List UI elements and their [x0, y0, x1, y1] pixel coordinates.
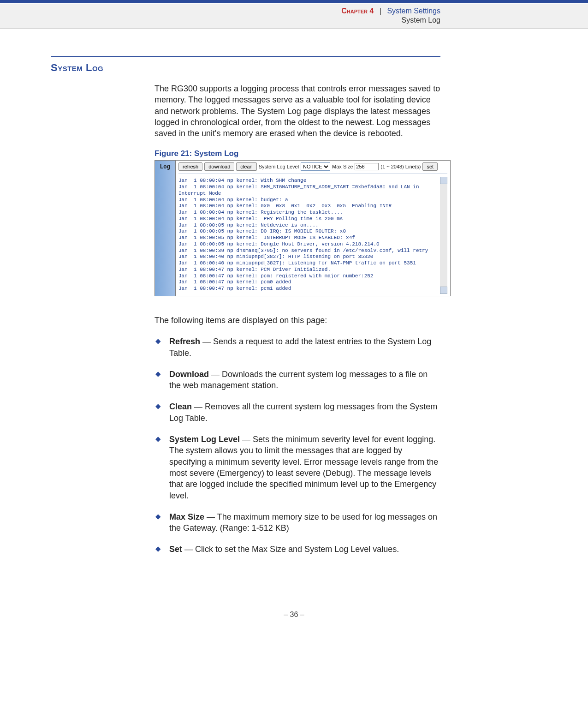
chapter-label: Chapter 4: [341, 7, 374, 15]
item-desc: — Click to set the Max Size and System L…: [182, 545, 399, 554]
chapter-subtitle: System Log: [0, 16, 440, 24]
clean-button[interactable]: clean: [236, 162, 256, 171]
figure-side-tab-label: Log: [160, 163, 170, 170]
item-term: Download: [169, 370, 209, 379]
follow-text: The following items are displayed on thi…: [154, 315, 440, 326]
figure-side-tab: Log: [155, 161, 176, 296]
log-viewport: Jan 1 08:00:04 np kernel: With SHM chang…: [178, 177, 447, 294]
log-level-select[interactable]: NOTICE: [301, 162, 330, 171]
list-item: Clean — Removes all the current system l…: [154, 401, 440, 424]
top-accent-bar: [0, 0, 588, 3]
range-label: (1 ~ 2048) Line(s): [380, 164, 421, 169]
scrollbar-down-icon[interactable]: [440, 287, 447, 294]
log-level-label: System Log Level: [259, 164, 299, 169]
log-text: Jan 1 08:00:04 np kernel: With SHM chang…: [178, 177, 440, 294]
page-header: Chapter 4 | System Settings System Log: [0, 4, 588, 29]
list-item: Download — Downloads the current system …: [154, 369, 440, 391]
set-button[interactable]: set: [422, 162, 438, 171]
download-button[interactable]: download: [204, 162, 234, 171]
chapter-separator: |: [376, 7, 385, 15]
maxsize-input[interactable]: [355, 163, 379, 170]
item-term: Max Size: [169, 512, 204, 521]
item-term: Set: [169, 545, 182, 554]
scrollbar-up-icon[interactable]: [440, 177, 447, 184]
item-desc: — Removes all the current system log mes…: [169, 402, 437, 422]
section-title: System Log: [51, 62, 440, 74]
page-number: – 36 –: [0, 611, 588, 628]
maxsize-label: Max Size: [332, 164, 353, 169]
refresh-button[interactable]: refresh: [178, 162, 202, 171]
item-desc: — Sets the minimum severity level for ev…: [169, 435, 438, 500]
figure-caption: Figure 21: System Log: [154, 149, 440, 158]
figure-toolbar: refresh download clean System Log Level …: [178, 162, 447, 174]
intro-paragraph: The RG300 supports a logging process tha…: [154, 83, 440, 139]
item-term: Clean: [169, 402, 192, 411]
list-item: Refresh — Sends a request to add the lat…: [154, 336, 440, 359]
item-desc: — Sends a request to add the latest entr…: [169, 337, 431, 357]
list-item: Max Size — The maximum memory size to be…: [154, 511, 440, 534]
list-item: System Log Level — Sets the minimum seve…: [154, 434, 440, 501]
item-list: Refresh — Sends a request to add the lat…: [154, 336, 440, 555]
section-rule: [51, 56, 440, 57]
chapter-title: System Settings: [387, 7, 440, 15]
list-item: Set — Click to set the Max Size and Syst…: [154, 544, 440, 555]
figure-screenshot: Log refresh download clean System Log Le…: [154, 160, 451, 296]
item-term: Refresh: [169, 337, 200, 346]
item-desc: — The maximum memory size to be used for…: [169, 512, 437, 533]
item-term: System Log Level: [169, 435, 240, 444]
